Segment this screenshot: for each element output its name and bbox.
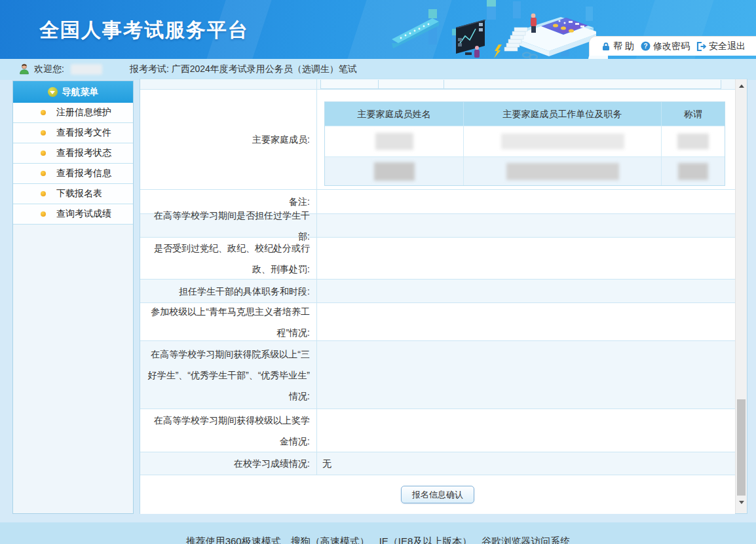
sidebar-item-download-form[interactable]: 下载报名表 [13, 184, 133, 204]
bullet-icon [41, 130, 46, 136]
svg-text:?: ? [643, 43, 647, 50]
page-title: 全国人事考试服务平台 [39, 17, 249, 44]
browser-recommendation-text: 推荐使用360极速模式、搜狗（高速模式）、IE（IE8及以上版本）、谷歌浏览器访… [186, 535, 571, 544]
scrollbar-thumb[interactable] [737, 399, 746, 496]
table-row-academic-record: 在校学习成绩情况: 无 [140, 452, 735, 475]
bullet-icon [41, 151, 46, 156]
help-button[interactable]: 帮 助 [601, 41, 634, 52]
redacted-work-unit [506, 163, 619, 180]
bullet-icon [41, 171, 46, 176]
user-avatar-icon [18, 63, 30, 77]
table-row-student-cadre: 在高等学校学习期间是否担任过学生干部: [140, 214, 735, 238]
sidebar-item-exam-info[interactable]: 查看报考信息 [13, 164, 133, 184]
app-header: 全国人事考试服务平台 帮 助 ? 修改密码 安全退出 [0, 0, 756, 59]
main-content-panel: 主要家庭成员: 主要家庭成员姓名 主要家庭成员工作单位及职务 称谓 [140, 79, 747, 514]
redacted-relation [677, 134, 709, 149]
lock-icon [601, 42, 611, 51]
sidebar-item-exam-status[interactable]: 查看报考状态 [13, 143, 133, 164]
button-row: 报名信息确认 [140, 475, 735, 514]
column-header-work-unit: 主要家庭成员工作单位及职务 [464, 102, 662, 126]
exam-info-label: 报考考试: 广西2024年度考试录用公务员（选调生）笔试 [130, 63, 357, 75]
header-actions: 帮 助 ? 修改密码 安全退出 [589, 36, 756, 56]
welcome-label: 欢迎您: [34, 63, 64, 75]
family-table-row [325, 156, 725, 185]
nav-menu-title: 导航菜单 [62, 86, 99, 98]
column-header-name: 主要家庭成员姓名 [325, 102, 464, 126]
family-members-label: 主要家庭成员: [140, 90, 317, 189]
exit-icon [696, 42, 706, 51]
bullet-icon [41, 191, 46, 196]
family-table-row [325, 126, 725, 156]
safe-logout-button[interactable]: 安全退出 [696, 41, 746, 52]
redacted-work-unit [501, 134, 624, 149]
welcome-bar: 欢迎您: 报考考试: 广西2024年度考试录用公务员（选调生）笔试 [0, 59, 756, 80]
scroll-down-arrow[interactable] [736, 497, 747, 508]
scroll-up-arrow[interactable] [736, 81, 747, 92]
sidebar-item-register-info[interactable]: 注册信息维护 [13, 103, 133, 123]
page-footer: 推荐使用360极速模式、搜狗（高速模式）、IE（IE8及以上版本）、谷歌浏览器访… [0, 522, 756, 544]
chevron-down-icon [48, 87, 58, 97]
vertical-scrollbar[interactable] [735, 79, 747, 513]
redacted-relation [678, 163, 708, 180]
family-table-header: 主要家庭成员姓名 主要家庭成员工作单位及职务 称谓 [325, 102, 725, 126]
redacted-name [375, 133, 413, 150]
header-illustration [392, 0, 608, 59]
sidebar-item-exam-files[interactable]: 查看报考文件 [13, 123, 133, 143]
table-row-honors: 在高等学校学习期间获得院系级以上“三好学生”、“优秀学生干部”、“优秀毕业生”情… [140, 341, 735, 409]
sidebar-item-query-scores[interactable]: 查询考试成绩 [13, 204, 133, 225]
table-row-scholarship: 在高等学校学习期间获得校级以上奖学金情况: [140, 409, 735, 452]
nav-menu-header[interactable]: 导航菜单 [13, 81, 133, 103]
change-password-button[interactable]: ? 修改密码 [641, 41, 690, 52]
bullet-icon [41, 110, 46, 115]
confirm-registration-button[interactable]: 报名信息确认 [401, 486, 474, 503]
table-row-cadre-position-period: 担任学生干部的具体职务和时段: [140, 280, 735, 303]
bullet-icon [41, 211, 46, 217]
table-row-punishment: 是否受到过党纪、政纪、校纪处分或行政、刑事处罚: [140, 238, 735, 280]
family-members-table: 主要家庭成员姓名 主要家庭成员工作单位及职务 称谓 [324, 101, 725, 186]
username-redacted [71, 64, 102, 75]
registration-form-table: 主要家庭成员: 主要家庭成员姓名 主要家庭成员工作单位及职务 称谓 [140, 79, 735, 514]
table-row-partial [140, 79, 735, 90]
question-icon: ? [641, 41, 651, 51]
redacted-name [374, 162, 415, 181]
table-row-family-members: 主要家庭成员: 主要家庭成员姓名 主要家庭成员工作单位及职务 称谓 [140, 90, 735, 190]
column-header-relation: 称谓 [662, 102, 725, 126]
table-row-marxist-program: 参加校级以上“青年马克思主义者培养工程”情况: [140, 303, 735, 341]
previous-table-sliver [320, 80, 721, 89]
sidebar: 导航菜单 注册信息维护 查看报考文件 查看报考状态 查看报考信息 下载报名表 查… [12, 81, 134, 514]
